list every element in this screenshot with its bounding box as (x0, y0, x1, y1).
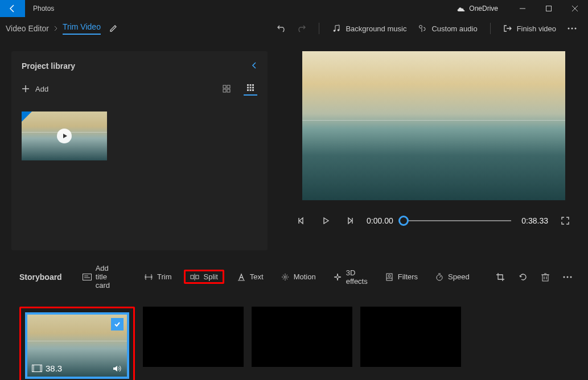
svg-rect-20 (250, 87, 252, 89)
svg-rect-12 (223, 85, 226, 88)
custom-audio-label: Custom audio (431, 24, 477, 33)
clip-highlight: 38.3 (19, 307, 135, 380)
grid-large-view-button[interactable] (220, 82, 233, 96)
rotate-button[interactable] (519, 269, 528, 285)
add-label: Add (35, 85, 48, 93)
player-controls: 0:00.00 0:38.33 (290, 214, 577, 228)
bg-music-label: Background music (346, 24, 406, 33)
window-controls (509, 0, 588, 17)
clip-volume-button[interactable] (112, 364, 122, 373)
finish-video-button[interactable]: Finish video (497, 20, 562, 37)
trim-label: Trim (157, 272, 172, 281)
preview-panel: 0:00.00 0:38.33 (290, 51, 577, 250)
speed-label: Speed (448, 272, 470, 281)
motion-label: Motion (294, 272, 316, 281)
storyboard-more-button[interactable] (563, 269, 572, 285)
trim-button[interactable]: Trim (139, 270, 176, 283)
custom-audio-button[interactable]: Custom audio (412, 20, 483, 37)
sparkle-icon (333, 272, 342, 282)
svg-rect-16 (247, 84, 249, 86)
project-library-panel: Project library Add (11, 51, 268, 250)
svg-rect-34 (191, 275, 194, 279)
svg-point-37 (284, 276, 286, 278)
background-music-button[interactable]: Background music (326, 20, 412, 37)
add-title-card-button[interactable]: Add title card (78, 262, 114, 292)
text-label: Text (250, 272, 264, 281)
delete-button[interactable] (541, 269, 549, 285)
svg-point-50 (566, 276, 568, 278)
svg-rect-19 (247, 87, 249, 89)
svg-point-9 (575, 28, 577, 30)
filters-label: Filters (398, 272, 418, 281)
play-button[interactable] (319, 214, 332, 228)
back-button[interactable] (0, 0, 25, 17)
speed-button[interactable]: Speed (430, 270, 474, 284)
svg-point-8 (571, 28, 573, 30)
grid-small-view-button[interactable] (244, 82, 257, 96)
breadcrumb-current[interactable]: Trim Video (63, 22, 101, 35)
breadcrumb: Video Editor Trim Video (6, 22, 101, 35)
storyboard-clip-selected[interactable]: 38.3 (25, 312, 129, 379)
music-icon (332, 24, 341, 33)
text-icon (237, 273, 246, 281)
redo-button[interactable] (291, 20, 312, 37)
fullscreen-button[interactable] (558, 214, 572, 228)
clip-duration-value: 38.3 (46, 364, 62, 373)
play-icon (57, 129, 72, 143)
preview-video[interactable] (302, 51, 565, 200)
svg-rect-35 (196, 275, 199, 279)
storyboard-clip-empty[interactable] (143, 307, 244, 367)
motion-button[interactable]: Motion (276, 270, 320, 284)
svg-rect-14 (223, 89, 226, 92)
svg-rect-21 (252, 87, 254, 89)
library-title: Project library (22, 61, 257, 71)
more-button[interactable] (562, 27, 582, 30)
split-label: Split (203, 272, 217, 281)
svg-rect-13 (227, 85, 230, 88)
clips-row: 38.3 (19, 307, 569, 380)
rename-button[interactable] (109, 24, 118, 33)
minimize-button[interactable] (509, 0, 536, 17)
audio-icon (418, 24, 427, 33)
motion-icon (281, 272, 290, 282)
seek-handle[interactable] (398, 216, 409, 226)
svg-line-42 (439, 276, 441, 278)
close-button[interactable] (562, 0, 588, 17)
svg-rect-15 (227, 89, 230, 92)
collapse-library-button[interactable] (252, 61, 257, 69)
crop-button[interactable] (496, 269, 505, 285)
svg-point-51 (570, 276, 571, 278)
storyboard-clip-empty[interactable] (360, 307, 461, 367)
filters-button[interactable]: Filters (380, 270, 422, 284)
filters-icon (385, 272, 394, 282)
svg-point-5 (338, 29, 340, 31)
cloud-icon (457, 6, 466, 12)
text-button[interactable]: Text (232, 270, 268, 283)
storyboard-toolbar: Storyboard Add title card Trim Split Tex… (19, 262, 569, 292)
library-clip-thumbnail[interactable] (22, 111, 107, 160)
previous-frame-button[interactable] (295, 214, 309, 228)
undo-button[interactable] (271, 20, 291, 37)
seek-bar[interactable] (404, 215, 512, 226)
storyboard-title: Storyboard (19, 272, 62, 282)
svg-rect-23 (250, 89, 252, 91)
storyboard-clip-empty[interactable] (252, 307, 352, 367)
split-button[interactable]: Split (184, 270, 224, 284)
export-icon (503, 24, 512, 33)
3d-effects-button[interactable]: 3D effects (328, 266, 372, 288)
onedrive-label: OneDrive (469, 5, 498, 13)
current-time: 0:00.00 (367, 216, 393, 225)
speed-icon (435, 272, 444, 282)
svg-point-6 (420, 26, 422, 28)
maximize-button[interactable] (536, 0, 562, 17)
breadcrumb-root[interactable]: Video Editor (6, 24, 49, 33)
storyboard-section: Storyboard Add title card Trim Split Tex… (0, 250, 588, 380)
title-card-icon (83, 274, 92, 280)
add-media-button[interactable]: Add (22, 85, 48, 93)
trim-icon (144, 273, 153, 281)
onedrive-status[interactable]: OneDrive (457, 5, 498, 13)
main-area: Project library Add 0:00.00 (0, 40, 588, 250)
svg-point-4 (334, 30, 336, 32)
title-card-label: Add title card (96, 264, 110, 290)
next-frame-button[interactable] (343, 214, 356, 228)
